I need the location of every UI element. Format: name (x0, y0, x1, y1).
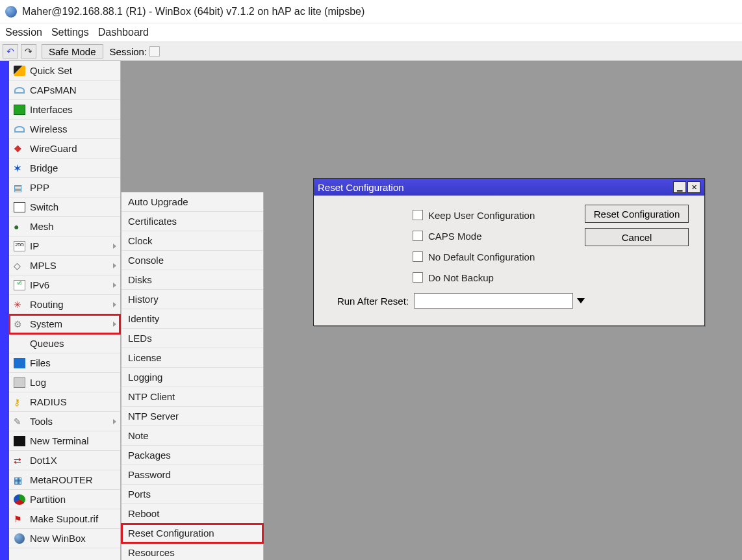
sidebar-item-switch[interactable]: Switch (9, 197, 120, 217)
sidebar-item-ppp[interactable]: ▤PPP (9, 178, 120, 197)
submenu-item-disks[interactable]: Disks (122, 270, 263, 290)
sidebar-item-mesh[interactable]: ●Mesh (9, 217, 120, 236)
sidebar-item-partition[interactable]: Partition (9, 490, 120, 509)
submenu-item-history[interactable]: History (122, 290, 263, 309)
do-not-backup-label: Do Not Backup (428, 272, 494, 283)
submenu-item-ntp-server[interactable]: NTP Server (122, 407, 263, 426)
sidebar-item-metarouter[interactable]: ▦MetaROUTER (9, 470, 120, 490)
sidebar-item-ip[interactable]: 255IP (9, 236, 120, 256)
undo-button[interactable]: ↶ (3, 44, 18, 58)
sidebar-item-interfaces[interactable]: Interfaces (9, 100, 120, 120)
session-label: Session: (110, 46, 147, 57)
menu-session[interactable]: Session (5, 27, 42, 38)
window-title: Maher@192.168.88.1 (R1) - WinBox (64bit)… (22, 6, 365, 18)
partition-icon (13, 494, 26, 505)
dialog-title: Reset Configuration (318, 182, 404, 193)
sidebar-item-routing[interactable]: ✳Routing (9, 295, 120, 314)
submenu-item-reboot[interactable]: Reboot (122, 504, 263, 524)
interfaces-icon (13, 104, 26, 116)
sidebar-item-label: Bridge (30, 162, 116, 173)
quick-set-icon (13, 65, 26, 77)
submenu-item-ntp-client[interactable]: NTP Client (122, 387, 263, 407)
submenu-item-resources[interactable]: Resources (122, 543, 263, 560)
redo-button[interactable]: ↷ (21, 44, 36, 58)
submenu-item-clock[interactable]: Clock (122, 231, 263, 251)
sidebar-item-queues[interactable]: Queues (9, 334, 120, 353)
ipv6-icon: v6 (13, 279, 26, 291)
checkbox-row-keep-user: Keep User Configuration (323, 205, 585, 225)
sidebar: Quick SetCAPsMANInterfacesWireless❖WireG… (9, 61, 121, 560)
submenu-item-logging[interactable]: Logging (122, 368, 263, 387)
sidebar-item-label: New Terminal (30, 435, 116, 446)
sidebar-item-new-terminal[interactable]: New Terminal (9, 431, 120, 451)
dialog-titlebar[interactable]: Reset Configuration ▁ ✕ (314, 179, 704, 196)
checkbox-row-no-backup: Do Not Backup (323, 267, 585, 288)
do-not-backup-checkbox[interactable] (413, 272, 423, 283)
make-supout-icon: ⚑ (13, 513, 26, 525)
cancel-button[interactable]: Cancel (585, 228, 689, 246)
sidebar-item-label: Tools (30, 416, 110, 427)
metarouter-icon: ▦ (13, 474, 26, 486)
mpls-icon: ◇ (13, 260, 26, 272)
dialog-close-button[interactable]: ✕ (687, 181, 700, 193)
sidebar-item-dot1x[interactable]: ⇄Dot1X (9, 451, 120, 470)
sidebar-item-log[interactable]: Log (9, 373, 120, 392)
reset-configuration-button[interactable]: Reset Configuration (585, 205, 689, 223)
sidebar-item-new-winbox[interactable]: New WinBox (9, 529, 120, 548)
sidebar-item-mpls[interactable]: ◇MPLS (9, 256, 120, 275)
submenu-item-identity[interactable]: Identity (122, 309, 263, 329)
sidebar-item-label: New WinBox (30, 533, 116, 544)
no-default-config-checkbox[interactable] (413, 251, 423, 262)
menu-settings[interactable]: Settings (51, 27, 89, 38)
submenu-item-license[interactable]: License (122, 348, 263, 368)
run-after-reset-dropdown-icon[interactable] (577, 298, 585, 303)
sidebar-item-bridge[interactable]: ✶Bridge (9, 159, 120, 178)
sidebar-item-capsman[interactable]: CAPsMAN (9, 81, 120, 100)
sidebar-item-system[interactable]: ⚙System (9, 314, 120, 334)
new-terminal-icon (13, 435, 26, 447)
chevron-right-icon (113, 283, 116, 288)
keep-user-config-checkbox[interactable] (413, 210, 423, 220)
sidebar-item-label: Mesh (30, 221, 116, 232)
sidebar-item-label: Routing (30, 299, 110, 310)
sidebar-item-wireguard[interactable]: ❖WireGuard (9, 139, 120, 159)
submenu-item-password[interactable]: Password (122, 465, 263, 485)
app-globe-icon (5, 6, 17, 18)
new-winbox-icon (13, 533, 26, 544)
chevron-right-icon (113, 244, 116, 249)
safe-mode-button[interactable]: Safe Mode (42, 44, 103, 58)
sidebar-item-make-supout[interactable]: ⚑Make Supout.rif (9, 509, 120, 529)
submenu-item-packages[interactable]: Packages (122, 446, 263, 465)
sidebar-item-label: Queues (30, 338, 116, 349)
sidebar-item-ipv6[interactable]: v6IPv6 (9, 275, 120, 295)
caps-mode-checkbox[interactable] (413, 231, 423, 241)
sidebar-item-label: Switch (30, 201, 116, 212)
submenu-item-leds[interactable]: LEDs (122, 329, 263, 348)
sidebar-item-label: Interfaces (30, 104, 116, 115)
window-titlebar: Maher@192.168.88.1 (R1) - WinBox (64bit)… (0, 0, 742, 23)
files-icon (13, 357, 26, 369)
sidebar-item-quick-set[interactable]: Quick Set (9, 61, 120, 81)
session-indicator (149, 46, 160, 57)
no-default-config-label: No Default Configuration (428, 251, 535, 262)
run-after-reset-label: Run After Reset: (323, 296, 409, 307)
sidebar-item-wireless[interactable]: Wireless (9, 120, 120, 139)
main-area: Quick SetCAPsMANInterfacesWireless❖WireG… (0, 61, 742, 560)
sidebar-item-label: Quick Set (30, 65, 116, 76)
sidebar-item-files[interactable]: Files (9, 353, 120, 373)
submenu-item-certificates[interactable]: Certificates (122, 212, 263, 231)
submenu-item-note[interactable]: Note (122, 426, 263, 446)
sidebar-item-radius[interactable]: ⚷RADIUS (9, 392, 120, 412)
run-after-reset-input[interactable] (414, 293, 573, 309)
reset-configuration-dialog: Reset Configuration ▁ ✕ Keep User Config… (313, 178, 705, 326)
dot1x-icon: ⇄ (13, 455, 26, 466)
sidebar-item-tools[interactable]: ✎Tools (9, 412, 120, 431)
menu-dashboard[interactable]: Dashboard (98, 27, 149, 38)
dialog-minimize-button[interactable]: ▁ (673, 181, 686, 193)
submenu-item-auto-upgrade[interactable]: Auto Upgrade (122, 192, 263, 212)
submenu-item-reset-configuration[interactable]: Reset Configuration (122, 524, 263, 543)
sidebar-item-label: MPLS (30, 260, 110, 271)
submenu-item-ports[interactable]: Ports (122, 485, 263, 504)
submenu-item-console[interactable]: Console (122, 251, 263, 270)
sidebar-item-label: Wireless (30, 123, 116, 134)
